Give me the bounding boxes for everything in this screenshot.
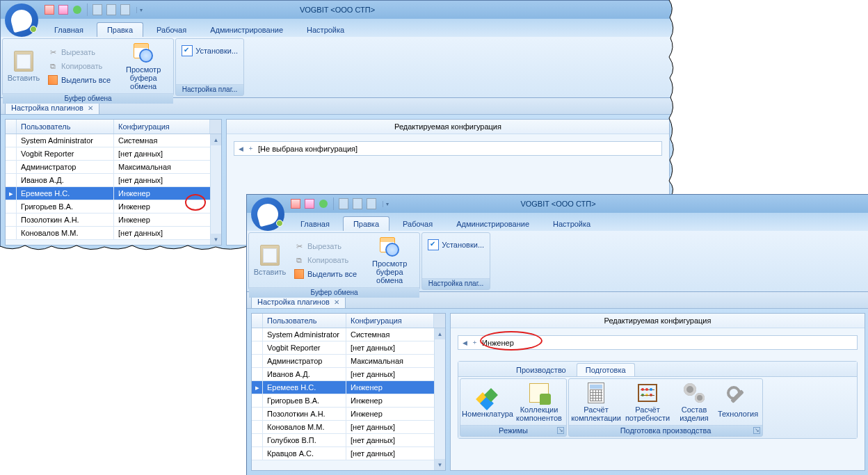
tab-settings[interactable]: Настройка xyxy=(296,22,355,37)
copy-button[interactable]: Копировать xyxy=(292,254,358,266)
table-row[interactable]: Позолоткин А.Н.Инженер xyxy=(252,408,445,421)
users-grid-panel: Пользователь Конфигурация System Adminis… xyxy=(5,119,222,245)
app-menu-button[interactable] xyxy=(251,198,284,231)
preview-clipboard-button[interactable]: Просмотр буфера обмена xyxy=(361,234,418,286)
settings-button[interactable]: Установки... xyxy=(426,239,485,251)
nomenclature-button[interactable]: Номенклатура xyxy=(462,380,513,424)
table-row[interactable]: Григорьев В.А.Инженер xyxy=(252,394,445,408)
tab-admin[interactable]: Администрирование xyxy=(200,22,294,37)
table-row[interactable]: Голубков В.П.[нет данных] xyxy=(252,434,445,447)
cell-configuration: Инженер xyxy=(114,214,221,226)
preview-clipboard-button[interactable]: Просмотр буфера обмена xyxy=(115,40,172,92)
calc-need-button[interactable]: Расчёт потребности xyxy=(622,380,673,424)
config-breadcrumb[interactable]: ◀ ＋ [Не выбрана конфигурация] xyxy=(234,141,662,156)
group-launcher-icon[interactable]: ↘ xyxy=(557,427,564,434)
group-clipboard: Вставить Вырезать Копировать Выделить вс… xyxy=(2,38,174,96)
table-row[interactable]: Vogbit Reporter[нет данных] xyxy=(252,341,445,355)
calc-complect-button[interactable]: Расчёт комплектации xyxy=(570,380,622,424)
row-indicator xyxy=(6,134,17,147)
tab-edit[interactable]: Правка xyxy=(343,216,389,231)
paste-icon xyxy=(260,245,280,266)
tab-main[interactable]: Главная xyxy=(44,22,94,37)
cell-user: System Administrator xyxy=(263,328,346,341)
composition-button[interactable]: Состав изделия xyxy=(673,380,715,424)
nav-add-icon[interactable]: ＋ xyxy=(472,338,478,347)
cell-configuration: Инженер xyxy=(346,408,445,420)
collections-button[interactable]: Коллекции компонентов xyxy=(513,380,565,424)
table-row[interactable]: Позолоткин А.Н.Инженер xyxy=(6,214,221,227)
ribbon: Вставить Вырезать Копировать Выделить вс… xyxy=(247,231,868,292)
tab-settings[interactable]: Настройка xyxy=(542,216,601,231)
tab-admin[interactable]: Администрирование xyxy=(446,216,540,231)
col-configuration[interactable]: Конфигурация xyxy=(114,120,210,134)
table-row[interactable]: АдминистраторМаксимальная xyxy=(252,355,445,368)
vertical-scrollbar[interactable]: ▲▼ xyxy=(210,134,221,245)
row-indicator xyxy=(252,341,263,354)
table-row[interactable]: Иванов А.Д.[нет данных] xyxy=(6,174,221,187)
prep-group-caption: Подготовка производства↘ xyxy=(569,425,762,436)
gears-icon xyxy=(684,383,705,403)
tab-work[interactable]: Рабочая xyxy=(146,22,197,37)
paste-label: Вставить xyxy=(8,74,40,82)
table-row[interactable]: ▸Еремеев Н.С.Инженер▶ xyxy=(252,381,445,394)
prep-tab-preparation[interactable]: Подготовка xyxy=(577,363,635,376)
prep-tab-production[interactable]: Производство xyxy=(507,363,575,376)
table-row[interactable]: System AdministratorСистемная xyxy=(6,134,221,147)
plugin-group-caption: Настройка плаг... xyxy=(422,278,490,289)
vertical-scrollbar[interactable]: ▲▼ xyxy=(434,328,445,470)
row-indicator xyxy=(252,328,263,341)
cell-user: Иванов А.Д. xyxy=(17,174,114,186)
close-icon[interactable]: ✕ xyxy=(334,298,339,306)
tab-work[interactable]: Рабочая xyxy=(392,216,443,231)
table-row[interactable]: Vogbit Reporter[нет данных] xyxy=(6,147,221,161)
group-plugin-settings: Установки... Настройка плаг... xyxy=(421,232,490,290)
cell-user: Голубков В.П. xyxy=(263,434,346,446)
nav-left-icon[interactable]: ◀ xyxy=(239,145,243,152)
col-configuration[interactable]: Конфигурация xyxy=(346,314,434,328)
row-indicator xyxy=(6,174,17,186)
paste-button[interactable]: Вставить xyxy=(250,234,289,286)
content-area: Пользователь Конфигурация System Adminis… xyxy=(247,309,868,475)
app-menu-button[interactable] xyxy=(5,3,38,37)
settings-button[interactable]: Установки... xyxy=(180,45,239,57)
row-indicator xyxy=(252,447,263,460)
cell-configuration: Инженер xyxy=(346,394,445,407)
group-clipboard: Вставить Вырезать Копировать Выделить вс… xyxy=(248,232,420,290)
titlebar: VOGBIT <ООО СТП> xyxy=(1,1,674,19)
table-row[interactable]: Коновалов М.М.[нет данных] xyxy=(252,421,445,434)
clipboard-group-caption: Буфер обмена xyxy=(3,93,173,104)
table-row[interactable]: System AdministratorСистемная xyxy=(252,328,445,341)
table-row[interactable]: Коновалов М.М.[нет данных] xyxy=(6,227,221,240)
paste-button[interactable]: Вставить xyxy=(4,40,43,92)
cell-user: Администратор xyxy=(17,161,114,173)
technology-button[interactable]: Технология xyxy=(715,380,761,424)
nav-add-icon[interactable]: ＋ xyxy=(248,144,254,153)
col-user[interactable]: Пользователь xyxy=(263,314,346,328)
group-modes: Номенклатура Коллекции компонентов Режим… xyxy=(460,378,567,437)
select-all-button[interactable]: Выделить все xyxy=(46,74,112,86)
table-row[interactable]: ▸Еремеев Н.С.Инженер▶ xyxy=(6,187,221,200)
group-launcher-icon[interactable]: ↘ xyxy=(753,427,760,434)
scroll-corner xyxy=(210,120,221,134)
tab-main[interactable]: Главная xyxy=(290,216,340,231)
cell-configuration: [нет данных] xyxy=(346,434,445,446)
table-row[interactable]: Григорьев В.А.Инженер xyxy=(6,200,221,214)
select-all-button[interactable]: Выделить все xyxy=(292,268,358,280)
col-user[interactable]: Пользователь xyxy=(17,120,114,134)
table-row[interactable]: АдминистраторМаксимальная xyxy=(6,161,221,174)
config-current-label: [Не выбрана конфигурация] xyxy=(258,145,357,153)
row-indicator xyxy=(252,434,263,446)
row-indicator xyxy=(252,421,263,433)
copy-button[interactable]: Копировать xyxy=(46,60,112,72)
cut-button[interactable]: Вырезать xyxy=(46,46,112,58)
config-breadcrumb[interactable]: ◀ ＋ Инженер xyxy=(458,335,858,350)
nav-left-icon[interactable]: ◀ xyxy=(463,339,467,346)
table-row[interactable]: Иванов А.Д.[нет данных] xyxy=(252,368,445,381)
torn-edge-right xyxy=(668,0,677,197)
table-row[interactable]: Кравцов А.С.[нет данных] xyxy=(252,447,445,460)
cell-user: Позолоткин А.Н. xyxy=(17,214,114,226)
close-icon[interactable]: ✕ xyxy=(88,104,93,112)
row-indicator xyxy=(6,227,17,239)
cut-button[interactable]: Вырезать xyxy=(292,240,358,252)
tab-edit[interactable]: Правка xyxy=(97,22,143,37)
